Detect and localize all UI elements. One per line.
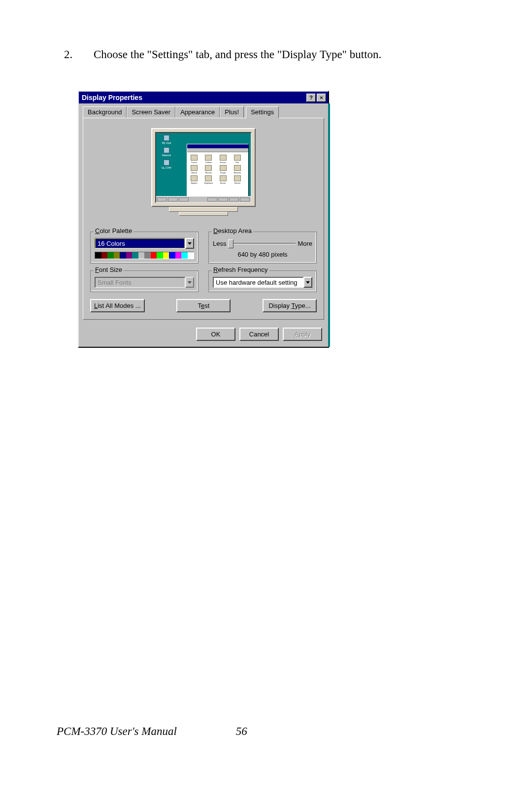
page-number: 56 [236,725,247,738]
refresh-frequency-select[interactable]: Use hardware default setting [213,277,312,288]
color-palette-label: Color Palette [94,227,133,234]
settings-panel: My Copt Network Lg_Cube Cases Colows Scr… [83,118,324,320]
preview-taskbar [156,196,251,202]
help-button[interactable]: ? [306,94,316,102]
dropdown-button-disabled [185,277,194,288]
ok-button[interactable]: OK [196,328,235,341]
instruction-text: Choose the "Settings" tab, and press the… [94,48,381,61]
desktop-area-label: Desktop Area [212,227,253,234]
preview-window: Cases Colows Screen Use Sound Phones Sco… [187,144,249,197]
refresh-frequency-label: Refresh Frequency [212,266,269,273]
dropdown-button[interactable] [303,277,312,288]
tab-screen-saver[interactable]: Screen Saver [127,106,175,118]
apply-button: Apply [283,328,322,341]
tab-plus[interactable]: Plus! [220,106,244,118]
font-size-group: Font Size Small Fonts [90,270,199,292]
display-properties-dialog: Display Properties ? × Background Screen… [78,91,329,348]
display-type-button[interactable]: Display Type... [263,299,317,312]
titlebar[interactable]: Display Properties ? × [79,92,328,103]
more-label: More [298,240,312,247]
desktop-area-group: Desktop Area Less More 640 by 480 pixels [208,232,317,264]
monitor-preview: My Copt Network Lg_Cube Cases Colows Scr… [90,123,317,232]
tab-settings[interactable]: Settings [246,106,279,119]
test-button[interactable]: Test [176,299,231,312]
tab-row: Background Screen Saver Appearance Plus!… [79,103,328,118]
refresh-frequency-group: Refresh Frequency Use hardware default s… [208,270,317,292]
color-palette-value: 16 Colors [95,238,185,249]
cancel-button[interactable]: Cancel [239,328,279,341]
dropdown-button[interactable] [185,238,194,249]
chevron-down-icon [188,281,192,284]
resolution-slider[interactable] [228,238,296,249]
less-label: Less [213,240,226,247]
page-footer: PCM-3370 User's Manual 56 [57,725,247,738]
chevron-down-icon [306,281,310,284]
color-palette-group: Color Palette 16 Colors [90,232,199,264]
window-title: Display Properties [81,94,305,101]
manual-title: PCM-3370 User's Manual [57,725,177,738]
preview-desktop-icon: Lg_Cube [158,160,175,169]
instruction-number: 2. [64,48,94,61]
slider-thumb[interactable] [228,239,233,248]
resolution-readout: 640 by 480 pixels [213,251,312,258]
color-palette-select[interactable]: 16 Colors [95,238,194,249]
font-size-label: Font Size [94,266,124,273]
tab-appearance[interactable]: Appearance [175,106,220,118]
tab-background[interactable]: Background [83,106,127,118]
font-size-value: Small Fonts [95,277,185,288]
list-all-modes-button[interactable]: List All Modes ... [90,299,145,312]
dialog-buttons: OK Cancel Apply [79,324,328,347]
refresh-frequency-value: Use hardware default setting [213,277,303,288]
close-button[interactable]: × [317,94,326,102]
preview-desktop-icon: My Copt [158,135,175,144]
instruction-line: 2. Choose the "Settings" tab, and press … [64,48,381,61]
preview-desktop-icon: Network [158,147,175,157]
color-swatches [95,252,194,259]
font-size-select: Small Fonts [95,277,194,288]
chevron-down-icon [188,242,192,245]
desktop-sliver [328,103,330,347]
